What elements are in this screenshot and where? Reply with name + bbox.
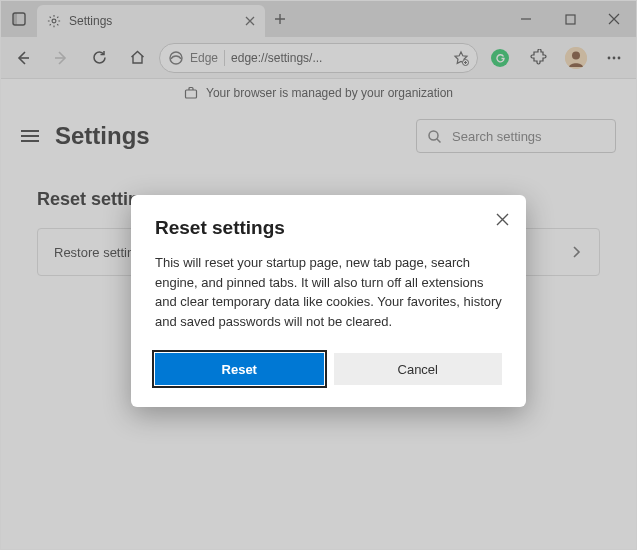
reset-button[interactable]: Reset: [155, 353, 324, 385]
cancel-button[interactable]: Cancel: [334, 353, 503, 385]
dialog-close-button[interactable]: [490, 207, 514, 231]
close-icon: [496, 213, 509, 226]
dialog-body: This will reset your startup page, new t…: [155, 253, 502, 331]
dialog-buttons: Reset Cancel: [155, 353, 502, 385]
reset-settings-dialog: Reset settings This will reset your star…: [131, 195, 526, 407]
dialog-title: Reset settings: [155, 217, 502, 239]
